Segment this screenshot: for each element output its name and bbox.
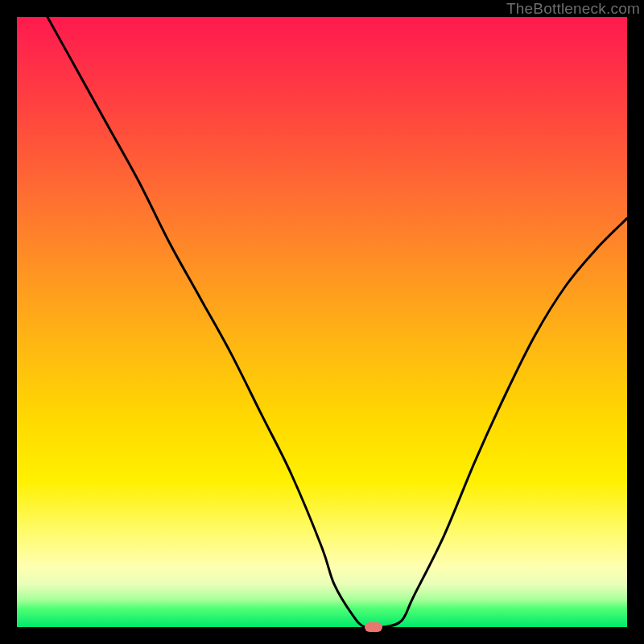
- chart-frame: TheBottleneck.com: [0, 0, 644, 644]
- bottleneck-curve: [47, 17, 627, 628]
- curve-svg: [17, 17, 627, 627]
- plot-area: [17, 17, 627, 627]
- watermark-label: TheBottleneck.com: [506, 0, 640, 18]
- optimum-marker: [365, 622, 382, 632]
